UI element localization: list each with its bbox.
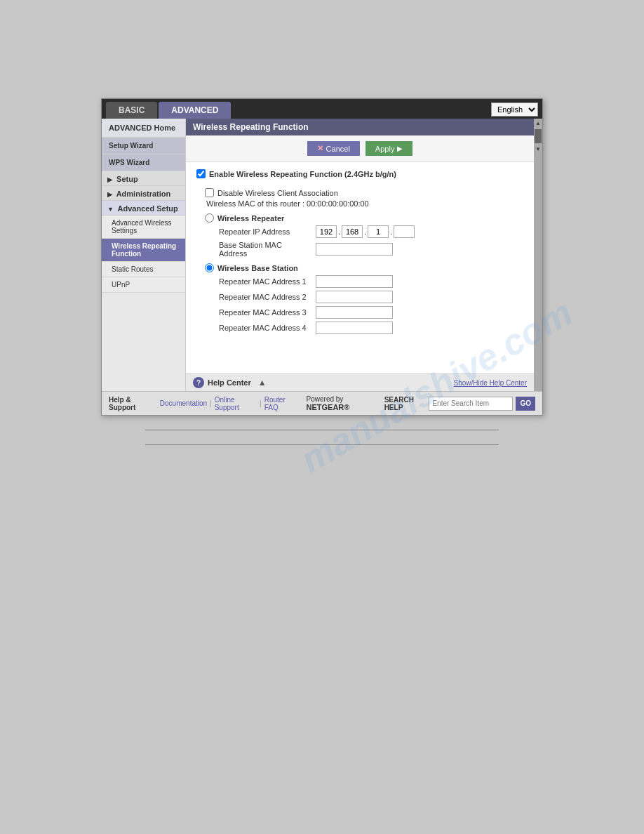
base-station-mac-label: Base Station MAC Address <box>219 241 310 258</box>
help-center-title: Help Center <box>208 378 251 387</box>
cancel-button[interactable]: ✕ Cancel <box>307 141 360 156</box>
help-support-label: Help & Support <box>109 396 157 411</box>
sidebar-item-setup-wizard[interactable]: Setup Wizard <box>102 138 185 154</box>
repeater-ip-row: Repeater IP Address . . . <box>205 225 523 238</box>
repeater-mac-2-row: Repeater MAC Address 2 <box>205 291 523 303</box>
content-header: Wireless Repeating Function <box>186 119 534 135</box>
wireless-repeater-radio-row: Wireless Repeater <box>205 213 523 223</box>
footer-left: Help & Support Documentation | Online Su… <box>109 395 384 411</box>
online-support-link[interactable]: Online Support <box>215 396 257 411</box>
wireless-repeater-radio[interactable] <box>205 213 214 223</box>
sidebar-item-advanced-home[interactable]: ADVANCED Home <box>102 119 185 138</box>
documentation-link[interactable]: Documentation <box>160 399 207 407</box>
sidebar-sub-wireless-repeating[interactable]: Wireless Repeating Function <box>102 239 185 262</box>
divider-line-2 <box>145 444 499 445</box>
sidebar-sub-upnp[interactable]: UPnP <box>102 277 185 293</box>
disable-client-assoc-checkbox[interactable] <box>205 188 214 197</box>
search-help: SEARCH HELP GO <box>384 396 535 411</box>
wireless-mac-value: 00:00:00:00:00:00 <box>307 199 369 208</box>
go-button[interactable]: GO <box>516 397 535 411</box>
scrollbar[interactable]: ▲ ▼ <box>534 119 542 391</box>
help-toggle-link[interactable]: Show/Hide Help Center <box>454 379 528 387</box>
repeater-mac-2-input[interactable] <box>316 291 393 303</box>
help-icon: ? <box>193 377 204 388</box>
sidebar-section-advanced-setup[interactable]: ▼ Advanced Setup <box>102 201 185 216</box>
sidebar-section-administration[interactable]: ▶ Administration <box>102 186 185 201</box>
sidebar-sub-advanced-wireless[interactable]: Advanced Wireless Settings <box>102 216 185 239</box>
wireless-base-station-radio-label: Wireless Base Station <box>217 264 298 272</box>
ip-octet-2[interactable] <box>342 225 363 238</box>
main-area: ADVANCED Home Setup Wizard WPS Wizard ▶ … <box>102 119 542 391</box>
repeater-ip-label: Repeater IP Address <box>219 227 310 236</box>
repeater-mac-1-row: Repeater MAC Address 1 <box>205 275 523 288</box>
content-panel: Wireless Repeating Function ✕ Cancel App… <box>186 119 542 391</box>
repeater-ip-input-group: . . . <box>316 225 415 238</box>
repeater-mac-4-row: Repeater MAC Address 4 <box>205 322 523 334</box>
disable-client-assoc-row: Disable Wireless Client Association <box>205 188 523 197</box>
enable-checkbox-row: Enable Wireless Repeating Function (2.4G… <box>196 169 523 183</box>
divider-line-1 <box>145 430 499 430</box>
content-title: Wireless Repeating Function <box>193 122 309 132</box>
repeater-mac-3-input[interactable] <box>316 306 393 319</box>
repeater-mac-2-label: Repeater MAC Address 2 <box>219 293 310 301</box>
search-help-label: SEARCH HELP <box>384 396 427 411</box>
base-station-mac-row: Base Station MAC Address <box>205 241 523 258</box>
repeater-mac-4-input[interactable] <box>316 322 393 334</box>
sidebar-section-setup[interactable]: ▶ Setup <box>102 171 185 186</box>
sidebar: ADVANCED Home Setup Wizard WPS Wizard ▶ … <box>102 119 186 391</box>
scroll-down-arrow[interactable]: ▼ <box>534 145 542 154</box>
footer: Help & Support Documentation | Online Su… <box>102 391 542 415</box>
ip-octet-4[interactable] <box>394 225 415 238</box>
base-station-mac-input[interactable] <box>316 243 393 256</box>
search-input[interactable] <box>429 397 513 411</box>
repeater-mac-3-row: Repeater MAC Address 3 <box>205 306 523 319</box>
help-arrow-up-icon[interactable]: ▲ <box>258 378 267 388</box>
scroll-thumb[interactable] <box>535 129 542 143</box>
ip-octet-3[interactable] <box>368 225 389 238</box>
footer-links: Documentation | Online Support | Router … <box>160 396 298 411</box>
repeater-mac-1-input[interactable] <box>316 275 393 288</box>
wireless-mac-info: Wireless MAC of this router : 00:00:00:0… <box>206 199 523 208</box>
apply-button[interactable]: Apply ▶ <box>365 141 413 156</box>
help-center-bar: ? Help Center ▲ Show/Hide Help Center <box>186 373 534 391</box>
wireless-repeater-section: Wireless Repeater Repeater IP Address . <box>205 213 523 258</box>
sidebar-sub-static-routes[interactable]: Static Routes <box>102 262 185 277</box>
repeater-mac-4-label: Repeater MAC Address 4 <box>219 324 310 332</box>
action-bar: ✕ Cancel Apply ▶ <box>186 135 534 162</box>
enable-wrf-checkbox[interactable] <box>196 169 206 178</box>
language-select[interactable]: English <box>491 102 538 117</box>
tab-basic[interactable]: BASIC <box>106 102 157 119</box>
router-ui: BASIC ADVANCED English ADVANCED Home Set… <box>101 98 543 416</box>
top-nav: BASIC ADVANCED English <box>102 99 542 119</box>
x-icon: ✕ <box>317 144 323 153</box>
wireless-repeater-radio-label: Wireless Repeater <box>217 214 284 223</box>
repeater-mac-1-label: Repeater MAC Address 1 <box>219 277 310 286</box>
scroll-up-arrow[interactable]: ▲ <box>534 119 542 128</box>
sidebar-item-wps-wizard[interactable]: WPS Wizard <box>102 154 185 171</box>
enable-wrf-label: Enable Wireless Repeating Function (2.4G… <box>209 170 396 178</box>
wireless-base-station-section: Wireless Base Station Repeater MAC Addre… <box>205 263 523 334</box>
arrow-right-icon: ▶ <box>397 145 403 152</box>
repeater-mac-3-label: Repeater MAC Address 3 <box>219 308 310 317</box>
disable-client-assoc-label: Disable Wireless Client Association <box>217 189 338 197</box>
router-faq-link[interactable]: Router FAQ <box>264 396 298 411</box>
powered-by-label: Powered by NETGEAR® <box>307 395 384 411</box>
help-center-left: ? Help Center ▲ <box>193 377 270 388</box>
tab-advanced[interactable]: ADVANCED <box>159 102 231 119</box>
ip-octet-1[interactable] <box>316 225 337 238</box>
wireless-base-station-radio-row: Wireless Base Station <box>205 263 523 272</box>
form-area: Enable Wireless Repeating Function (2.4G… <box>186 162 534 373</box>
sub-section: Disable Wireless Client Association Wire… <box>196 188 523 361</box>
wireless-base-station-radio[interactable] <box>205 263 214 272</box>
